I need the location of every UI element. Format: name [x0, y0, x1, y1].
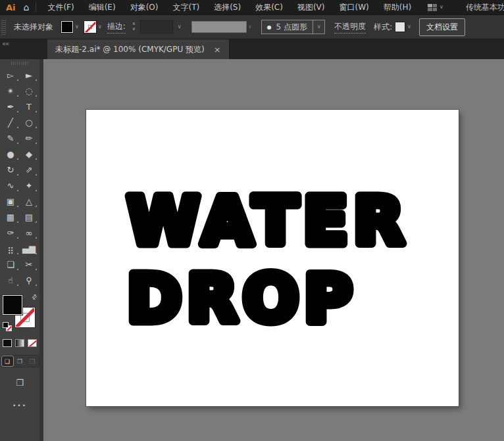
- brush-preview[interactable]: ● 5 点圆形: [262, 20, 313, 34]
- menu-type[interactable]: 文字(T): [165, 0, 207, 14]
- blend-tool[interactable]: ∞: [20, 225, 38, 241]
- eyedropper-tool[interactable]: ✑: [1, 225, 20, 241]
- ellipse-tool[interactable]: ○: [20, 114, 38, 130]
- draw-normal-mode[interactable]: ❏: [1, 356, 14, 367]
- stroke-color-control[interactable]: ∨: [84, 21, 102, 33]
- tools-grid: ▻ ► ✴ ◌ ✒ T ╱ ○ ✎ ✏ ● ◆ ↻ ⇗ ∿ ✦ ▣ △ ▦ ▤ …: [1, 67, 38, 288]
- swap-fill-stroke-icon[interactable]: ⇄: [30, 292, 38, 302]
- zoom-tool[interactable]: ⚲: [20, 272, 38, 288]
- stroke-weight-dropdown[interactable]: [140, 20, 173, 34]
- artboard[interactable]: WATER DROP: [86, 110, 459, 406]
- hand-tool[interactable]: ☝: [1, 272, 20, 288]
- document-setup-button[interactable]: 文档设置: [419, 18, 465, 36]
- menu-window[interactable]: 窗口(W): [332, 0, 376, 14]
- chevron-down-icon[interactable]: ∨: [75, 24, 79, 30]
- magic-wand-tool[interactable]: ✴: [1, 83, 20, 99]
- opacity-panel-link[interactable]: 不透明度: [334, 21, 366, 34]
- width-tool[interactable]: ∿: [1, 177, 20, 193]
- width-profile-dropdown[interactable]: [191, 21, 247, 33]
- blend-icon: ∞: [26, 228, 33, 238]
- chevron-down-icon: ∨: [440, 5, 443, 10]
- perspective-grid-tool[interactable]: △: [20, 193, 38, 209]
- edit-toolbar-icon[interactable]: •••: [13, 402, 27, 409]
- color-button[interactable]: [3, 339, 12, 347]
- pen-tool[interactable]: ✒: [1, 99, 20, 114]
- selection-status-label: 未选择对象: [14, 22, 53, 33]
- stroke-weight-stepper[interactable]: ∧ ∨: [130, 20, 138, 34]
- draw-inside-mode[interactable]: ❒: [26, 356, 39, 367]
- scale-tool[interactable]: ⇗: [20, 162, 38, 177]
- column-graph-tool[interactable]: ▄▆: [20, 241, 38, 256]
- menu-object[interactable]: 对象(O): [123, 0, 166, 14]
- rotate-tool[interactable]: ↻: [1, 162, 20, 177]
- paintbrush-tool[interactable]: ✎: [1, 130, 20, 146]
- magic-wand-icon: ✴: [7, 86, 14, 96]
- perspective-grid-icon: △: [26, 197, 32, 206]
- canvas-pasteboard[interactable]: WATER DROP: [43, 59, 504, 441]
- eyedropper-icon: ✑: [7, 228, 14, 238]
- menu-effect[interactable]: 效果(C): [248, 0, 290, 14]
- collapse-panel-icon[interactable]: ««: [2, 40, 9, 47]
- gradient-tool[interactable]: ▤: [20, 209, 38, 225]
- menu-bar: Ai ⌂ 文件(F) 编辑(E) 对象(O) 文字(T) 选择(S) 效果(C)…: [0, 0, 504, 14]
- brush-definition-dropdown[interactable]: ● 5 点圆形 ∨: [261, 20, 325, 34]
- fill-swatch[interactable]: [61, 21, 73, 33]
- artwork-text-drop[interactable]: DROP: [127, 260, 357, 337]
- draw-behind-mode[interactable]: ❐: [14, 356, 26, 367]
- free-transform-tool[interactable]: ✦: [20, 177, 38, 193]
- stroke-panel-link[interactable]: 描边:: [107, 21, 126, 34]
- chevron-down-icon[interactable]: ∨: [174, 20, 185, 34]
- default-fill-stroke-button[interactable]: [3, 322, 13, 332]
- blob-brush-tool[interactable]: ●: [1, 146, 20, 162]
- arrange-documents-icon: [428, 4, 437, 11]
- fill-color-control[interactable]: ∨: [61, 21, 79, 33]
- line-segment-tool[interactable]: ╱: [1, 114, 20, 130]
- pencil-tool[interactable]: ✏: [20, 130, 38, 146]
- graphic-style-swatch[interactable]: [395, 22, 405, 32]
- stepper-down-icon[interactable]: ∨: [132, 27, 136, 32]
- scale-icon: ⇗: [26, 165, 33, 175]
- close-icon[interactable]: ×: [214, 45, 221, 55]
- lasso-tool[interactable]: ◌: [20, 83, 38, 99]
- menu-edit[interactable]: 编辑(E): [82, 0, 123, 14]
- symbol-sprayer-tool[interactable]: ⣶: [1, 241, 20, 256]
- color-type-buttons: [3, 339, 37, 347]
- pencil-icon: ✏: [26, 133, 33, 143]
- shape-builder-tool[interactable]: ▣: [1, 193, 20, 209]
- menu-view[interactable]: 视图(V): [290, 0, 332, 14]
- panel-drag-handle[interactable]: [11, 62, 28, 65]
- mesh-tool[interactable]: ▦: [1, 209, 20, 225]
- direct-selection-tool[interactable]: ►: [20, 67, 38, 83]
- workspace-switcher[interactable]: 传统基本功能: [466, 2, 504, 13]
- slice-tool[interactable]: ✂: [20, 256, 38, 272]
- stroke-none-swatch[interactable]: [84, 21, 96, 33]
- artboard-tool-icon: ❏: [7, 260, 14, 269]
- tools-panel: ▻ ► ✴ ◌ ✒ T ╱ ○ ✎ ✏ ● ◆ ↻ ⇗ ∿ ✦ ▣ △ ▦ ▤ …: [0, 59, 43, 441]
- eraser-tool[interactable]: ◆: [20, 146, 38, 162]
- chevron-down-icon[interactable]: ∨: [313, 20, 324, 34]
- gradient-button[interactable]: [15, 339, 24, 347]
- selection-tool[interactable]: ▻: [1, 67, 20, 83]
- chevron-down-icon[interactable]: ∨: [98, 24, 102, 30]
- chevron-down-icon[interactable]: ∨: [407, 24, 411, 30]
- blob-brush-icon: ●: [7, 149, 14, 159]
- document-tab-title[interactable]: 未标题-2.ai* @ 100% (CMYK/GPU 预览): [55, 44, 205, 55]
- arrange-documents-button[interactable]: ∨: [428, 4, 443, 11]
- control-panel: 未选择对象 ∨ ∨ 描边: ∧ ∨ ∨ ∨ ● 5 点圆形 ∨ 不透明度 样式:…: [0, 14, 504, 39]
- fill-color-proxy[interactable]: [3, 295, 22, 315]
- zoom-icon: ⚲: [26, 275, 32, 285]
- document-tab[interactable]: 未标题-2.ai* @ 100% (CMYK/GPU 预览) ×: [47, 39, 230, 59]
- change-screen-mode-icon[interactable]: ❐: [16, 378, 24, 388]
- home-icon[interactable]: ⌂: [22, 2, 36, 12]
- brush-name-label: 5 点圆形: [276, 22, 307, 33]
- menu-help[interactable]: 帮助(H): [376, 0, 418, 14]
- fill-stroke-controls: ⇄: [3, 293, 37, 335]
- illustrator-logo-icon: Ai: [0, 3, 22, 12]
- menu-file[interactable]: 文件(F): [40, 0, 81, 14]
- type-tool[interactable]: T: [20, 99, 38, 114]
- panel-grip-handle[interactable]: [1, 19, 6, 35]
- artwork-text-water[interactable]: WATER: [127, 183, 409, 260]
- artboard-tool[interactable]: ❏: [1, 256, 20, 272]
- none-button[interactable]: [28, 339, 37, 347]
- menu-select[interactable]: 选择(S): [207, 0, 248, 14]
